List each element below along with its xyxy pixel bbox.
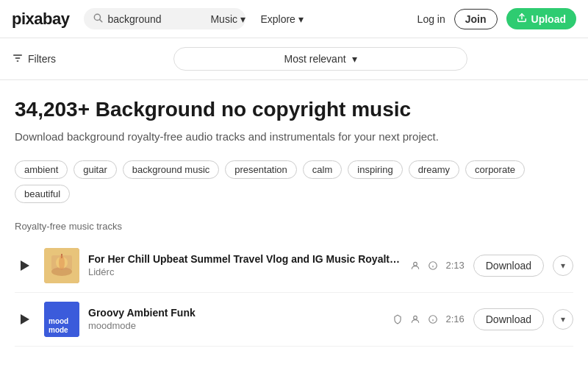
explore-chevron-icon: ▾ — [298, 13, 304, 25]
track-duration-2: 2:16 — [445, 313, 464, 324]
filters-icon — [12, 52, 24, 66]
track-item-2: mood mode Groovy Ambient Funk moodmode 2… — [15, 293, 573, 347]
tag-calm[interactable]: calm — [303, 160, 342, 179]
track-artist-1[interactable]: Lidérc — [88, 266, 401, 277]
tag-presentation[interactable]: presentation — [225, 160, 297, 179]
svg-marker-6 — [21, 260, 29, 271]
svg-marker-17 — [21, 314, 29, 324]
track-info-1: For Her Chill Upbeat Summel Travel Vlog … — [88, 253, 401, 277]
tag-ambient[interactable]: ambient — [15, 160, 68, 179]
track-thumbnail-1 — [44, 248, 79, 283]
section-label: Royalty-free music tracks — [15, 221, 573, 232]
music-chevron-icon: ▾ — [240, 13, 245, 25]
user-icon-2 — [410, 314, 420, 324]
tag-inspiring[interactable]: inspiring — [348, 160, 402, 179]
page-title: 34,203+ Background no copyright music — [15, 98, 573, 121]
play-button-1[interactable] — [15, 255, 35, 276]
music-dropdown[interactable]: Music ▾ — [210, 13, 245, 25]
svg-line-1 — [100, 20, 102, 22]
chevron-icon-2: ▾ — [561, 314, 565, 324]
track-meta-1: 2:13 — [410, 260, 464, 271]
user-icon-1 — [410, 260, 420, 271]
play-button-2[interactable] — [15, 309, 35, 330]
header-right: Log in Join Upload — [417, 8, 576, 29]
tag-beautiful[interactable]: beautiful — [15, 185, 70, 203]
filters-bar: Filters Most relevant ▾ — [0, 38, 588, 80]
main-content: 34,203+ Background no copyright music Do… — [0, 80, 588, 361]
svg-text:mode: mode — [49, 326, 68, 334]
shield-icon-2 — [392, 314, 403, 324]
svg-point-12 — [59, 255, 65, 270]
download-button-1[interactable]: Download — [473, 255, 544, 277]
track-thumbnail-2: mood mode — [44, 302, 79, 337]
filters-label: Filters — [28, 53, 56, 65]
download-button-2[interactable]: Download — [473, 308, 544, 330]
track-title-1[interactable]: For Her Chill Upbeat Summel Travel Vlog … — [88, 253, 401, 265]
header: pixabay Music ▾ Explore ▾ Log in Join Up… — [0, 0, 588, 38]
filters-button[interactable]: Filters — [12, 52, 56, 66]
upload-icon — [517, 13, 527, 25]
chevron-icon-1: ▾ — [561, 260, 565, 271]
track-meta-2: 2:16 — [392, 313, 464, 324]
music-label: Music — [210, 13, 237, 25]
track-title-2[interactable]: Groovy Ambient Funk — [88, 307, 384, 319]
upload-button[interactable]: Upload — [506, 8, 576, 29]
svg-point-21 — [414, 316, 417, 319]
nav-links: Explore ▾ — [260, 13, 303, 25]
page-description: Download background royalty-free audio t… — [15, 129, 573, 146]
upload-label: Upload — [531, 13, 566, 25]
track-item: For Her Chill Upbeat Summel Travel Vlog … — [15, 239, 573, 293]
sort-chevron-icon: ▾ — [352, 53, 357, 65]
track-duration-1: 2:13 — [445, 260, 464, 271]
join-button[interactable]: Join — [454, 9, 498, 29]
explore-label: Explore — [260, 13, 295, 25]
search-icon — [93, 13, 103, 25]
logo[interactable]: pixabay — [12, 10, 69, 29]
expand-button-1[interactable]: ▾ — [553, 255, 573, 276]
tag-background-music[interactable]: background music — [123, 160, 220, 179]
track-artist-2[interactable]: moodmode — [88, 320, 384, 331]
login-button[interactable]: Log in — [417, 13, 445, 25]
tag-guitar[interactable]: guitar — [74, 160, 117, 179]
search-bar: Music ▾ — [84, 8, 245, 29]
sort-label: Most relevant — [284, 53, 346, 65]
track-info-2: Groovy Ambient Funk moodmode — [88, 307, 384, 331]
svg-text:mood: mood — [49, 317, 68, 325]
svg-point-13 — [414, 262, 417, 266]
tag-dreamy[interactable]: dreamy — [409, 160, 459, 179]
explore-link[interactable]: Explore ▾ — [260, 13, 303, 25]
info-icon-1 — [428, 260, 438, 271]
tags-container: ambient guitar background music presenta… — [15, 160, 573, 203]
info-icon-2 — [428, 314, 438, 324]
sort-dropdown[interactable]: Most relevant ▾ — [173, 47, 467, 71]
expand-button-2[interactable]: ▾ — [553, 309, 573, 330]
tag-corporate[interactable]: corporate — [465, 160, 525, 179]
search-input[interactable] — [107, 13, 196, 25]
